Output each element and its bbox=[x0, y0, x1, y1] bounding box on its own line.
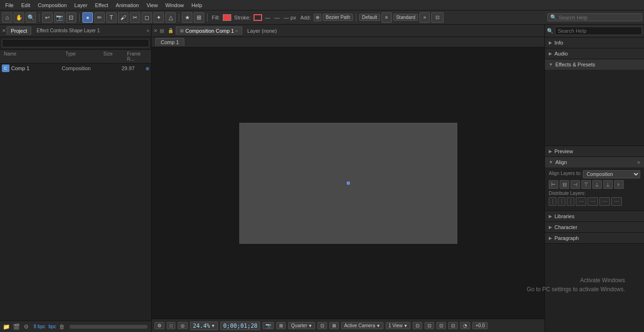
camera-label: Active Camera bbox=[344, 323, 375, 328]
menu-view[interactable]: View bbox=[143, 1, 161, 9]
search-input[interactable] bbox=[559, 15, 635, 20]
comp1-name: Comp 1 bbox=[11, 65, 62, 71]
toolbar-workspace-btn[interactable]: ⊡ bbox=[431, 12, 444, 23]
libraries-header[interactable]: ▶ Libraries bbox=[545, 211, 644, 221]
character-header[interactable]: ▶ Character bbox=[545, 222, 644, 232]
standard-btn[interactable]: Standard bbox=[393, 14, 418, 21]
info-header[interactable]: ▶ Info bbox=[545, 37, 644, 48]
shape-tool[interactable]: △ bbox=[165, 12, 176, 23]
project-settings-btn[interactable]: ⚙ bbox=[22, 323, 30, 331]
viewer-3d-btn[interactable]: ◎ bbox=[178, 322, 188, 329]
preview-header[interactable]: ▶ Preview bbox=[545, 146, 644, 157]
pen-tool[interactable]: ✏ bbox=[94, 12, 105, 23]
brush-tool[interactable]: 🖌 bbox=[118, 12, 128, 23]
stroke-color-swatch[interactable] bbox=[254, 14, 262, 21]
eraser-tool[interactable]: ◻ bbox=[142, 12, 152, 23]
fill-color-swatch[interactable] bbox=[223, 14, 231, 21]
text-tool[interactable]: T bbox=[106, 12, 117, 23]
menu-window[interactable]: Window bbox=[162, 1, 187, 9]
views-btn[interactable]: 1 View ▼ bbox=[386, 322, 411, 329]
region-btn[interactable]: ⊡ bbox=[66, 12, 76, 23]
transparent-bg-btn[interactable]: ⊞ bbox=[276, 322, 286, 329]
viewer-snapshot-btn2[interactable]: ⊡ bbox=[413, 322, 422, 329]
star-tool[interactable]: ★ bbox=[182, 12, 192, 23]
camera-btn[interactable]: Active Camera ▼ bbox=[341, 322, 383, 329]
resolution-btn[interactable]: Quarter ▼ bbox=[288, 322, 315, 329]
zoom-tool-btn[interactable]: 🔍 bbox=[26, 12, 36, 23]
close-icon: ✕ bbox=[2, 28, 6, 33]
menu-animation[interactable]: Animation bbox=[112, 1, 142, 9]
viewer-list-icon[interactable]: ▤ bbox=[160, 28, 164, 33]
new-folder-btn[interactable]: 📁 bbox=[2, 323, 10, 331]
align-top-btn[interactable]: ⊤ bbox=[581, 180, 591, 189]
ellipse-tool[interactable]: ● bbox=[82, 12, 93, 23]
align-extra-btn[interactable]: ⊦ bbox=[614, 180, 624, 189]
clone-tool[interactable]: ✂ bbox=[130, 12, 140, 23]
paragraph-header[interactable]: ▶ Paragraph bbox=[545, 233, 644, 243]
undo-btn[interactable]: ↩ bbox=[42, 12, 53, 23]
viewer-clock-btn[interactable]: ◔ bbox=[460, 322, 470, 329]
effects-presets-label: Effects & Presets bbox=[555, 62, 595, 67]
menu-file[interactable]: File bbox=[2, 1, 17, 9]
align-to-select[interactable]: Composition Selection bbox=[583, 170, 640, 178]
viewer-transparency-btn[interactable]: ⊠ bbox=[329, 322, 339, 329]
left-panel-expand-btn[interactable]: » bbox=[146, 28, 149, 33]
project-search-input[interactable] bbox=[2, 39, 149, 47]
default-btn[interactable]: Default bbox=[359, 14, 380, 21]
dist-left-btn[interactable]: ⋮ bbox=[549, 197, 556, 206]
comp-tab-expand[interactable]: » bbox=[236, 28, 238, 33]
puppet-tool[interactable]: ✦ bbox=[154, 12, 164, 23]
toolbar-expand-btn[interactable]: » bbox=[419, 12, 430, 23]
align-hcenter-btn[interactable]: ⊟ bbox=[560, 180, 569, 189]
viewer-offset-btn[interactable]: +0.0 bbox=[472, 322, 488, 329]
audio-header[interactable]: ▶ Audio bbox=[545, 48, 644, 59]
dist-top-btn[interactable]: ⋯ bbox=[576, 197, 586, 206]
bezier-path-btn[interactable]: Bezier Path bbox=[323, 14, 353, 21]
timecode-display[interactable]: 0;00;01;28 bbox=[220, 322, 260, 330]
align-menu-icon[interactable]: ≡ bbox=[637, 160, 640, 165]
expand-icon[interactable]: ⊞ bbox=[194, 12, 204, 23]
menu-help[interactable]: Help bbox=[188, 1, 206, 9]
menu-edit[interactable]: Edit bbox=[18, 1, 34, 9]
viewer-aa-btn[interactable]: ⊡ bbox=[448, 322, 458, 329]
viewer-close-icon[interactable]: ✕ bbox=[154, 28, 157, 33]
align-vcenter-btn[interactable]: ⊥ bbox=[592, 180, 602, 189]
dist-extra-btn[interactable]: ⋯ bbox=[611, 197, 622, 206]
comp-settings-btn[interactable]: ⚙ bbox=[154, 322, 164, 329]
home-tool-btn[interactable]: ⌂ bbox=[2, 12, 12, 23]
menu-effect[interactable]: Effect bbox=[91, 1, 111, 9]
hand-tool-btn[interactable]: ✋ bbox=[14, 12, 24, 23]
viewer-render-btn[interactable]: □ bbox=[167, 322, 175, 329]
effects-presets-header[interactable]: ▼ Effects & Presets bbox=[545, 59, 644, 70]
delete-btn[interactable]: 🗑 bbox=[58, 323, 66, 331]
align-left-btn[interactable]: ⊢ bbox=[549, 180, 558, 189]
dist-bottom-btn[interactable]: ⋯ bbox=[599, 197, 610, 206]
offset-label: +0.0 bbox=[475, 323, 485, 328]
dist-hcenter-btn[interactable]: ⋮ bbox=[558, 197, 565, 206]
comp-viewer-tab[interactable]: ⊞ Composition Comp 1 » bbox=[176, 27, 242, 35]
comp1-subtab[interactable]: Comp 1 bbox=[155, 38, 184, 46]
viewer-render-btn2[interactable]: ⊡ bbox=[436, 322, 446, 329]
capture-btn[interactable]: 📷 bbox=[54, 12, 64, 23]
menu-layer[interactable]: Layer bbox=[71, 1, 91, 9]
toolbar-menu-btn[interactable]: ≡ bbox=[381, 12, 392, 23]
layer-viewer-tab[interactable]: Layer (none) bbox=[243, 27, 281, 35]
align-header[interactable]: ▼ Align ≡ bbox=[545, 157, 644, 167]
viewer-grid-btn[interactable]: ⊡ bbox=[317, 322, 327, 329]
align-bottom-btn[interactable]: ⊥ bbox=[603, 180, 613, 189]
effect-controls-tab[interactable]: Effect Controls Shape Layer 1 bbox=[32, 27, 104, 35]
viewer-lock-icon[interactable]: 🔒 bbox=[168, 28, 173, 33]
viewer-area[interactable] bbox=[152, 47, 544, 319]
menu-composition[interactable]: Composition bbox=[35, 1, 70, 9]
right-search-input[interactable] bbox=[555, 27, 642, 35]
viewer-comp-btn[interactable]: ⊡ bbox=[425, 322, 434, 329]
align-right-btn[interactable]: ⊣ bbox=[571, 180, 580, 189]
dist-vcenter-btn[interactable]: ⋯ bbox=[588, 197, 598, 206]
new-comp-btn[interactable]: 🎬 bbox=[12, 323, 20, 331]
project-item-comp1[interactable]: C Comp 1 Composition 29.97 ⊕ bbox=[0, 64, 151, 73]
project-tab[interactable]: Project bbox=[7, 27, 31, 35]
dist-right-btn[interactable]: ⋮ bbox=[567, 197, 574, 206]
snapshot-btn[interactable]: 📷 bbox=[263, 322, 274, 329]
add-btn[interactable]: ⊕ bbox=[314, 14, 321, 21]
zoom-level-btn[interactable]: 24.4% ▼ bbox=[190, 322, 218, 330]
